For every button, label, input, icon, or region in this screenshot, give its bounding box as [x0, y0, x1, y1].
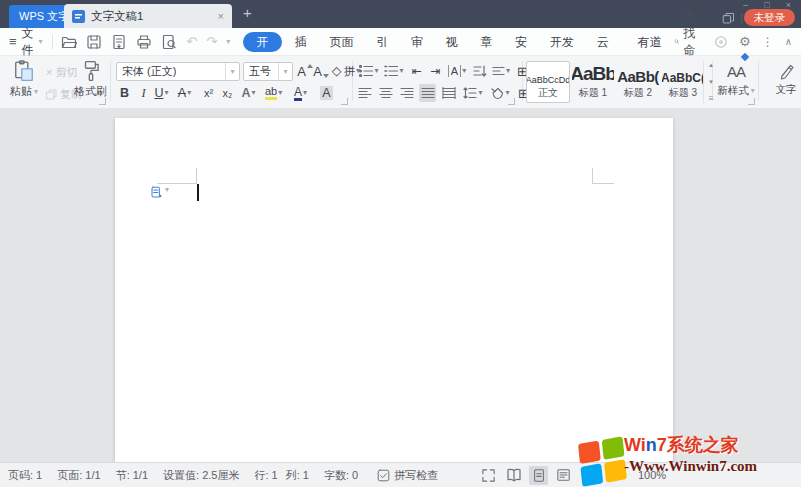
open-icon[interactable]	[61, 34, 77, 50]
justify-icon	[421, 87, 435, 99]
customize-toolbar-icon[interactable]: ▾	[226, 38, 230, 46]
asian-layout-button[interactable]: A ▾	[446, 62, 468, 80]
document-area[interactable]: ▾	[0, 108, 801, 462]
paste-button[interactable]: 粘贴▾	[10, 60, 38, 99]
style-heading3[interactable]: AaBbC( 标题 3	[661, 61, 705, 103]
eye-protect-button[interactable]	[604, 466, 623, 485]
document-tab[interactable]: 文字文稿1 ×	[64, 4, 232, 28]
subscript-button[interactable]: x₂	[219, 84, 236, 102]
print-icon[interactable]	[136, 34, 152, 50]
collapse-ribbon-icon[interactable]: ∧	[785, 37, 792, 47]
format-painter-label: 格式刷	[74, 84, 107, 99]
italic-button[interactable]: I	[135, 84, 152, 102]
chevron-down-icon: ▾	[165, 186, 169, 194]
font-dialog-launcher[interactable]	[341, 98, 348, 105]
style-heading1[interactable]: AaBb 标题 1	[571, 61, 615, 103]
group-divider	[758, 61, 759, 101]
cut-icon: ×	[46, 67, 52, 78]
align-left-button[interactable]	[356, 84, 373, 102]
document-tab-title: 文字文稿1	[91, 9, 143, 24]
bullets-button[interactable]: ▾	[358, 62, 380, 80]
book-icon	[506, 468, 522, 482]
tab-security[interactable]: 安全	[504, 32, 539, 52]
clear-format-icon: ◇	[332, 65, 342, 78]
scroll-down-icon[interactable]: ▾	[709, 78, 713, 85]
shrink-font-button[interactable]: A	[312, 62, 329, 80]
tab-references[interactable]: 引用	[366, 32, 401, 52]
highlight-color-button[interactable]: ab▾	[265, 84, 282, 102]
save-icon[interactable]	[86, 34, 102, 50]
tab-close-icon[interactable]: ×	[218, 11, 224, 22]
status-word-count[interactable]: 字数: 0	[324, 468, 358, 483]
new-style-icon: AA	[727, 63, 745, 80]
clipboard-dialog-launcher[interactable]	[99, 98, 106, 105]
strikethrough-button[interactable]: A▾	[176, 84, 193, 102]
chevron-down-icon: ▾	[39, 38, 43, 46]
web-view-button[interactable]	[579, 466, 598, 485]
spellcheck-toggle[interactable]: 拼写检查	[377, 468, 438, 483]
justify-button[interactable]	[419, 84, 436, 102]
style-gallery-scroll[interactable]: ▴ ▾ ≡	[703, 61, 716, 103]
gallery-more-icon[interactable]: ≡	[709, 95, 714, 103]
tab-developer[interactable]: 开发工具	[539, 32, 586, 52]
font-family-select[interactable]: 宋体 (正文) ▾	[116, 62, 240, 81]
tab-view[interactable]: 视图	[435, 32, 470, 52]
paragraph-dialog-launcher[interactable]	[508, 98, 515, 105]
style-heading2[interactable]: AaBb( 标题 2	[616, 61, 660, 103]
text-effects-button[interactable]: A▾	[240, 84, 257, 102]
format-painter-button[interactable]: 格式刷	[74, 60, 107, 99]
superscript-button[interactable]: x²	[200, 84, 217, 102]
paragraph-options-button[interactable]: ▾	[150, 186, 169, 199]
bold-button[interactable]: B	[116, 84, 133, 102]
page-view-button[interactable]	[529, 466, 548, 485]
fullscreen-view-button[interactable]	[479, 466, 498, 485]
decrease-indent-icon: ⇤	[411, 65, 421, 77]
shading-icon	[490, 87, 504, 100]
tab-cloud[interactable]: 云服务	[586, 32, 627, 52]
scroll-up-icon[interactable]: ▴	[709, 61, 713, 68]
underline-button[interactable]: U▾	[153, 84, 170, 102]
tab-youdao-translate[interactable]: 有道翻译	[627, 32, 674, 52]
tab-page-layout[interactable]: 页面布局	[318, 32, 365, 52]
chevron-down-icon: ▾	[34, 88, 38, 96]
style-normal[interactable]: AaBbCcDd 正文	[526, 61, 570, 103]
numbering-button[interactable]: ▾	[383, 62, 405, 80]
skin-icon[interactable]	[714, 35, 728, 49]
view-switcher: 100%	[479, 463, 666, 487]
export-pdf-icon[interactable]	[111, 34, 127, 50]
zoom-level[interactable]: 100%	[638, 469, 666, 481]
margin-mark-top-left-v	[196, 168, 197, 184]
print-preview-icon[interactable]	[161, 34, 177, 50]
new-tab-button[interactable]: +	[243, 5, 252, 20]
paste-icon	[13, 60, 35, 82]
decrease-indent-button[interactable]: ⇤	[408, 62, 425, 80]
tab-insert[interactable]: 插入	[284, 32, 319, 52]
grow-font-button[interactable]: A	[296, 62, 313, 80]
new-style-button[interactable]: AA 新样式▾	[716, 61, 756, 98]
tab-home[interactable]: 开始	[243, 32, 282, 52]
align-center-button[interactable]	[377, 84, 394, 102]
line-spacing-button[interactable]: ▾	[461, 84, 485, 102]
document-page[interactable]: ▾	[115, 118, 673, 464]
text-tool-button[interactable]: 文字	[766, 61, 801, 97]
divider	[52, 35, 53, 49]
read-view-button[interactable]	[504, 466, 523, 485]
tab-review[interactable]: 审阅	[400, 32, 435, 52]
text-cursor	[197, 184, 199, 201]
font-color-button[interactable]: A▾	[292, 84, 309, 102]
gear-icon[interactable]: ⚙	[739, 35, 751, 48]
sort-button[interactable]	[471, 62, 488, 80]
shrink-font-icon: A	[313, 64, 322, 79]
tab-section[interactable]: 章节	[469, 32, 504, 52]
file-menu[interactable]: ≡ 文件 ▾	[9, 25, 43, 59]
phonetic-guide-icon: 拼	[344, 64, 355, 79]
font-size-select[interactable]: 五号 ▾	[243, 62, 293, 81]
styles-dialog-launcher[interactable]	[748, 98, 755, 105]
increase-indent-button[interactable]: ⇥	[427, 62, 444, 80]
align-right-button[interactable]	[398, 84, 415, 102]
char-shading-button[interactable]: A	[318, 84, 335, 102]
outline-view-button[interactable]	[554, 466, 573, 485]
more-options-icon[interactable]: ⋮	[762, 36, 774, 48]
distribute-button[interactable]	[440, 84, 457, 102]
show-marks-button[interactable]: ▾	[490, 62, 512, 80]
